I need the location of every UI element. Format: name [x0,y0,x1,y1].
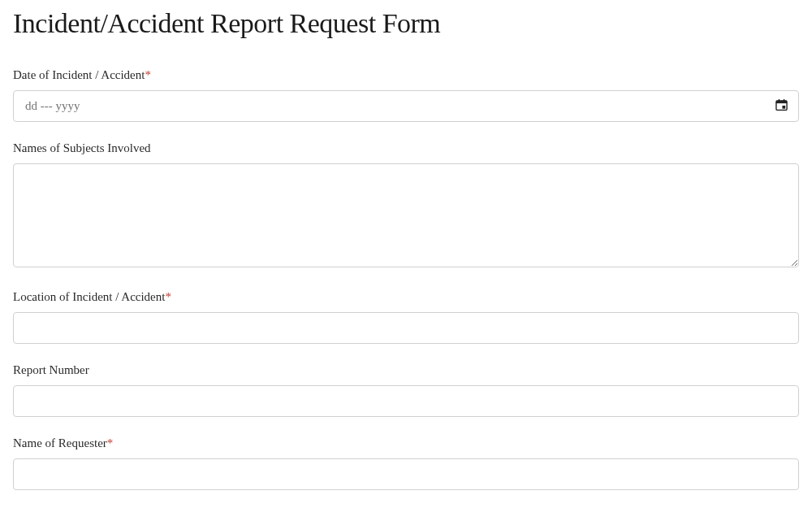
report-number-input[interactable] [13,385,799,417]
subjects-label: Names of Subjects Involved [13,141,799,155]
date-input[interactable] [13,90,799,122]
date-label: Date of Incident / Accident* [13,68,799,82]
date-input-wrapper [13,90,799,122]
requester-label: Name of Requester* [13,436,799,450]
required-mark: * [165,290,171,303]
subjects-textarea[interactable] [13,163,799,267]
required-mark: * [107,436,114,449]
location-input[interactable] [13,312,799,344]
report-number-label: Report Number [13,363,799,377]
requester-label-text: Name of Requester [13,436,107,449]
location-label: Location of Incident / Accident* [13,290,799,304]
required-mark: * [145,68,151,81]
date-label-text: Date of Incident / Accident [13,68,145,81]
page-title: Incident/Accident Report Request Form [13,8,799,39]
requester-input[interactable] [13,458,799,490]
location-label-text: Location of Incident / Accident [13,290,165,303]
